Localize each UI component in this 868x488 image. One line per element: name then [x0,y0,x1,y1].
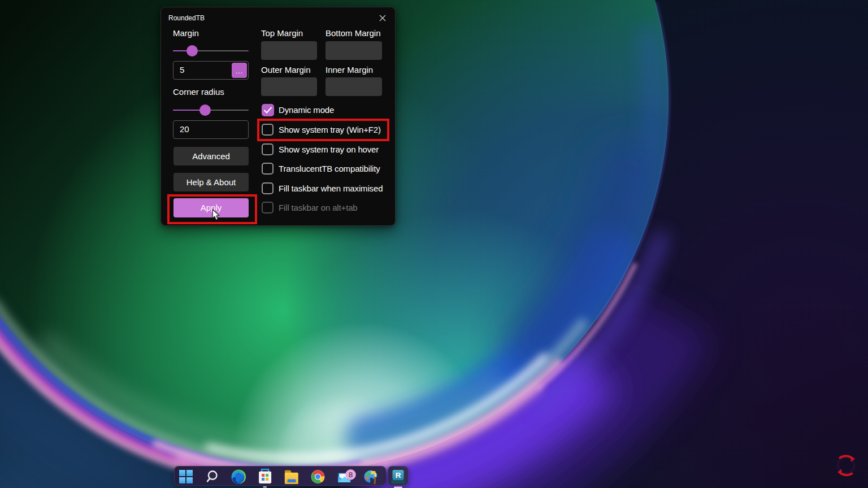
svg-text:R: R [396,471,401,480]
svg-text:8: 8 [349,470,353,479]
